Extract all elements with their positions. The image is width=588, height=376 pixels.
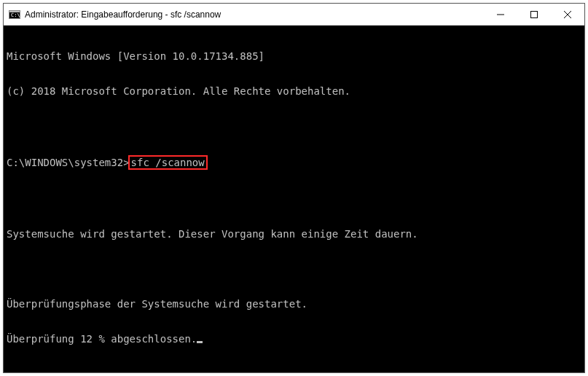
command-prompt-window: C:\ Administrator: Eingabeaufforderung -… <box>3 3 585 373</box>
terminal-output[interactable]: Microsoft Windows [Version 10.0.17134.88… <box>4 26 584 372</box>
command-prompt-icon: C:\ <box>9 9 20 20</box>
maximize-button[interactable] <box>517 4 551 25</box>
window-title: Administrator: Eingabeaufforderung - sfc… <box>25 9 484 20</box>
cursor <box>197 341 203 343</box>
copyright-line: (c) 2018 Microsoft Corporation. Alle Rec… <box>7 85 581 97</box>
scan-start-line: Systemsuche wird gestartet. Dieser Vorga… <box>7 228 581 240</box>
verify-phase-line: Überprüfungsphase der Systemsuche wird g… <box>7 298 581 310</box>
prompt-line: C:\WINDOWS\system32>sfc /scannow <box>7 155 581 170</box>
titlebar[interactable]: C:\ Administrator: Eingabeaufforderung -… <box>4 4 584 26</box>
progress-line: Überprüfung 12 % abgeschlossen. <box>7 333 581 345</box>
svg-rect-4 <box>531 11 538 17</box>
window-controls <box>484 4 584 25</box>
minimize-button[interactable] <box>484 4 517 25</box>
blank-line <box>7 120 581 132</box>
version-line: Microsoft Windows [Version 10.0.17134.88… <box>7 50 581 62</box>
prompt-prefix: C:\WINDOWS\system32> <box>7 157 130 168</box>
blank-line <box>7 193 581 205</box>
entered-command: sfc /scannow <box>128 155 208 170</box>
progress-text: Überprüfung 12 % abgeschlossen. <box>7 333 197 345</box>
blank-line <box>7 263 581 275</box>
svg-text:C:\: C:\ <box>11 12 20 18</box>
close-button[interactable] <box>551 4 584 25</box>
